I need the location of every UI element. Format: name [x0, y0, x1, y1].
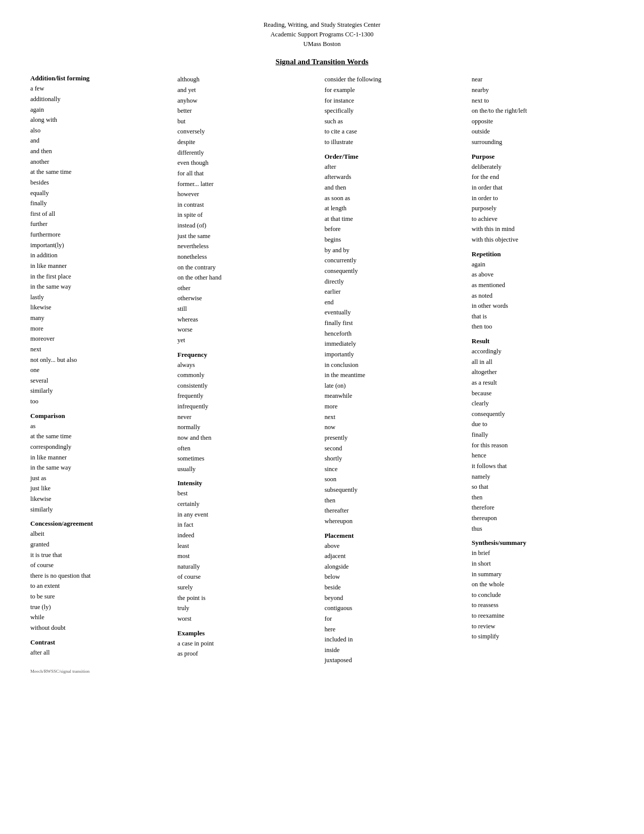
list-item: adjacent: [325, 551, 467, 562]
list-item: with this in mind: [472, 224, 614, 235]
list-item: in the same way: [30, 282, 172, 292]
list-item: more: [325, 401, 467, 412]
list-item: and yet: [177, 85, 319, 96]
list-item: after: [325, 162, 467, 172]
list-item: immediately: [325, 339, 467, 349]
list-item: also: [30, 125, 172, 136]
list-item: nevertheless: [177, 241, 319, 252]
footer-note: Meech/RWSSC/signal transition: [30, 669, 614, 674]
column-1: althoughand yetanyhowbetterbutconversely…: [177, 74, 319, 659]
list-item: consequently: [472, 409, 614, 420]
list-item: there is no question that: [30, 571, 172, 581]
list-item: nonetheless: [177, 252, 319, 262]
list-item: thereupon: [472, 513, 614, 524]
column-2: consider the followingfor examplefor ins…: [325, 74, 467, 666]
list-item: beside: [325, 582, 467, 593]
list-item: instead (of): [177, 220, 319, 231]
list-item: to reexamine: [472, 611, 614, 621]
section-title-1-1: Frequency: [177, 351, 319, 359]
list-item: frequently: [177, 391, 319, 401]
list-item: opposite: [472, 116, 614, 127]
list-item: along with: [30, 115, 172, 125]
list-item: due to: [472, 419, 614, 430]
list-item: near: [472, 74, 614, 85]
list-item: for instance: [325, 96, 467, 106]
list-item: although: [177, 74, 319, 85]
list-item: conversely: [177, 126, 319, 137]
list-item: the point is: [177, 593, 319, 604]
list-item: on the other hand: [177, 272, 319, 283]
list-item: another: [30, 157, 172, 167]
list-item: further: [30, 219, 172, 229]
list-item: alongside: [325, 562, 467, 572]
list-item: lastly: [30, 292, 172, 303]
header-line1: Reading, Writing, and Study Strategies C…: [30, 20, 614, 30]
list-item: henceforth: [325, 329, 467, 339]
list-item: even though: [177, 158, 319, 168]
section-title-3-4: Synthesis/summary: [472, 539, 614, 547]
list-item: contiguous: [325, 603, 467, 614]
list-item: with this objective: [472, 235, 614, 245]
list-item: for this reason: [472, 440, 614, 451]
list-item: yet: [177, 335, 319, 346]
list-item: never: [177, 412, 319, 423]
list-item: at the same time: [30, 167, 172, 177]
list-item: infrequently: [177, 401, 319, 412]
list-item: always: [177, 360, 319, 370]
list-item: in spite of: [177, 210, 319, 220]
list-item: such as: [325, 116, 467, 127]
list-item: finally first: [325, 318, 467, 329]
list-item: other: [177, 283, 319, 294]
list-item: in order to: [472, 193, 614, 204]
list-item: for example: [325, 85, 467, 96]
list-item: as mentioned: [472, 280, 614, 291]
list-item: better: [177, 106, 319, 116]
list-item: to cite a case: [325, 126, 467, 137]
list-item: directly: [325, 276, 467, 287]
list-item: presently: [325, 433, 467, 443]
section-title-3-2: Repetition: [472, 250, 614, 258]
list-item: again: [30, 105, 172, 115]
list-item: similarly: [30, 386, 172, 396]
list-item: as above: [472, 269, 614, 280]
list-item: before: [325, 224, 467, 235]
list-item: eventually: [325, 307, 467, 318]
list-item: granted: [30, 539, 172, 550]
list-item: likewise: [30, 494, 172, 504]
list-item: best: [177, 488, 319, 499]
list-item: and then: [30, 146, 172, 157]
list-item: for: [325, 614, 467, 624]
list-item: former... latter: [177, 179, 319, 190]
list-item: in the first place: [30, 271, 172, 282]
list-item: on the whole: [472, 579, 614, 590]
section-title-0-1: Comparison: [30, 412, 172, 420]
list-item: since: [325, 464, 467, 475]
list-item: in any event: [177, 509, 319, 520]
page-header: Reading, Writing, and Study Strategies C…: [30, 20, 614, 49]
list-item: in addition: [30, 250, 172, 261]
list-item: subsequently: [325, 485, 467, 495]
list-item: usually: [177, 464, 319, 475]
list-item: second: [325, 443, 467, 454]
list-item: while: [30, 612, 172, 623]
list-item: least: [177, 541, 319, 551]
list-item: to conclude: [472, 590, 614, 600]
list-item: afterwards: [325, 172, 467, 182]
column-0: Addition/list forminga fewadditionallyag…: [30, 74, 172, 658]
list-item: therefore: [472, 502, 614, 513]
list-item: in fact: [177, 520, 319, 530]
list-item: more: [30, 323, 172, 334]
list-item: then: [325, 495, 467, 506]
list-item: despite: [177, 137, 319, 148]
section-title-2-1: Order/Time: [325, 153, 467, 161]
list-item: as a result: [472, 378, 614, 388]
list-item: altogether: [472, 367, 614, 378]
list-item: differently: [177, 148, 319, 158]
list-item: in the meantime: [325, 370, 467, 381]
list-item: now and then: [177, 433, 319, 443]
section-title-3-1: Purpose: [472, 153, 614, 161]
list-item: on the contrary: [177, 262, 319, 273]
list-item: to simplify: [472, 631, 614, 642]
list-item: to achieve: [472, 214, 614, 224]
list-item: in contrast: [177, 200, 319, 210]
